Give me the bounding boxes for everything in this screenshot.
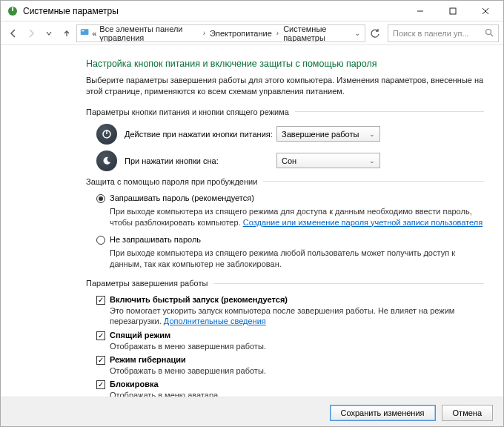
- radio-no-password-desc: При выходе компьютера из спящего режима …: [110, 248, 484, 270]
- sleep-button-action-select[interactable]: Сон⌄: [276, 153, 380, 168]
- refresh-button[interactable]: [367, 25, 383, 42]
- content-area: Настройка кнопок питания и включение защ…: [1, 45, 503, 397]
- sleep-button-action-row: При нажатии кнопки сна: Сон⌄: [96, 150, 484, 171]
- search-icon: [485, 28, 494, 39]
- svg-rect-6: [81, 29, 89, 35]
- recent-button[interactable]: [41, 25, 57, 42]
- breadcrumb-prefix: «: [92, 29, 96, 38]
- checkbox-sleep-desc: Отображать в меню завершения работы.: [110, 341, 484, 351]
- cancel-button[interactable]: Отмена: [442, 405, 493, 421]
- breadcrumb[interactable]: « Все элементы панели управления › Элект…: [76, 24, 365, 42]
- radio-no-password[interactable]: Не запрашивать пароль: [96, 235, 484, 245]
- page-intro: Выберите параметры завершения работы для…: [86, 75, 484, 97]
- chevron-down-icon[interactable]: ⌄: [353, 29, 362, 37]
- checkbox-lock-desc: Отображать в меню аватара.: [110, 390, 484, 397]
- minimize-button[interactable]: [404, 1, 437, 21]
- search-input[interactable]: Поиск в панели уп...: [388, 24, 499, 42]
- checkbox-fast-startup[interactable]: Включить быстрый запуск (рекомендуется): [96, 295, 484, 305]
- page-heading: Настройка кнопок питания и включение защ…: [86, 59, 484, 69]
- link-more-info[interactable]: Дополнительные сведения: [164, 317, 266, 325]
- checkbox-icon: [96, 296, 105, 305]
- breadcrumb-item-3[interactable]: Системные параметры: [283, 24, 350, 42]
- svg-point-8: [486, 29, 491, 34]
- checkbox-sleep[interactable]: Спящий режим: [96, 331, 484, 340]
- save-button[interactable]: Сохранить изменения: [330, 405, 436, 421]
- power-button-action-row: Действие при нажатии кнопки питания: Зав…: [96, 124, 484, 145]
- checkbox-lock-label: Блокировка: [110, 380, 159, 388]
- radio-icon: [96, 236, 105, 245]
- svg-rect-7: [82, 30, 84, 31]
- sleep-button-label: При нажатии кнопки сна:: [125, 156, 276, 165]
- moon-icon: [96, 150, 117, 171]
- navbar: « Все элементы панели управления › Элект…: [1, 21, 503, 45]
- checkbox-icon: [96, 380, 105, 389]
- maximize-button[interactable]: [437, 1, 469, 21]
- breadcrumb-item-2[interactable]: Электропитание: [210, 29, 272, 38]
- window-title: Системные параметры: [23, 6, 404, 16]
- checkbox-icon: [96, 356, 105, 365]
- power-button-label: Действие при нажатии кнопки питания:: [125, 130, 276, 139]
- back-button[interactable]: [5, 25, 21, 42]
- svg-rect-3: [450, 8, 456, 14]
- radio-require-password-desc: При выходе компьютера из спящего режима …: [110, 206, 484, 228]
- checkbox-fast-startup-desc: Это помогает ускорить запуск компьютера …: [110, 305, 484, 327]
- checkbox-hibernate[interactable]: Режим гибернации: [96, 355, 484, 365]
- power-icon: [96, 124, 117, 145]
- link-create-password[interactable]: Создание или изменение пароля учетной за…: [243, 218, 483, 227]
- power-button-action-select[interactable]: Завершение работы⌄: [276, 126, 380, 142]
- svg-line-9: [491, 34, 493, 36]
- forward-button[interactable]: [23, 25, 39, 42]
- close-button[interactable]: [469, 1, 502, 21]
- checkbox-icon: [96, 331, 105, 340]
- section-buttons-title: Параметры кнопки питания и кнопки спящег…: [86, 107, 484, 116]
- checkbox-hibernate-label: Режим гибернации: [110, 355, 186, 364]
- checkbox-fast-startup-label: Включить быстрый запуск (рекомендуется): [110, 295, 288, 304]
- radio-require-password-label: Запрашивать пароль (рекомендуется): [110, 193, 254, 202]
- checkbox-lock[interactable]: Блокировка: [96, 380, 484, 389]
- section-password-title: Защита с помощью пароля при пробуждении: [86, 177, 484, 186]
- svg-rect-1: [12, 7, 13, 11]
- radio-icon: [96, 194, 105, 203]
- search-placeholder: Поиск в панели уп...: [393, 29, 469, 38]
- chevron-down-icon: ⌄: [369, 130, 375, 138]
- app-icon: [7, 5, 19, 17]
- radio-no-password-label: Не запрашивать пароль: [110, 235, 201, 244]
- chevron-down-icon: ⌄: [369, 157, 375, 165]
- radio-require-password[interactable]: Запрашивать пароль (рекомендуется): [96, 193, 484, 203]
- breadcrumb-item-1[interactable]: Все элементы панели управления: [99, 24, 198, 42]
- section-shutdown-title: Параметры завершения работы: [86, 279, 484, 288]
- chevron-right-icon: ›: [202, 29, 207, 37]
- checkbox-hibernate-desc: Отображать в меню завершения работы.: [110, 365, 484, 376]
- footer: Сохранить изменения Отмена: [1, 397, 503, 427]
- checkbox-sleep-label: Спящий режим: [110, 331, 170, 340]
- titlebar: Системные параметры: [1, 1, 503, 21]
- up-button[interactable]: [59, 25, 75, 42]
- chevron-right-icon: ›: [275, 29, 280, 37]
- control-panel-icon: [80, 27, 89, 39]
